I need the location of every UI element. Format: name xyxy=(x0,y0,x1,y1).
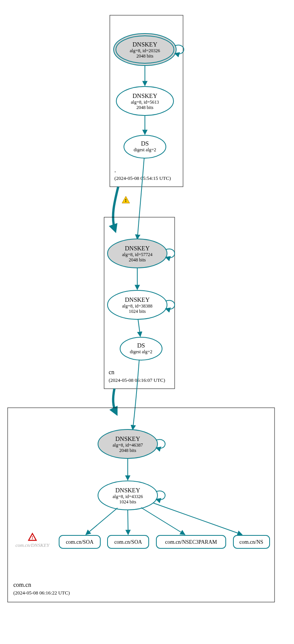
edge-delegation-cn-comcn xyxy=(113,389,116,413)
svg-text:DNSKEY: DNSKEY xyxy=(133,41,157,48)
svg-text:alg=8, id=43326: alg=8, id=43326 xyxy=(112,494,143,499)
error-icon: ! xyxy=(29,533,36,540)
svg-text:DNSKEY: DNSKEY xyxy=(125,245,150,252)
svg-text:!: ! xyxy=(32,535,33,540)
edge-delegation-root-cn xyxy=(113,187,118,231)
edge-zsk-ns xyxy=(153,503,242,535)
node-comcn-zsk: DNSKEY alg=8, id=43326 1024 bits xyxy=(98,481,157,510)
zone-cn: cn (2024-05-08 06:16:07 UTC) DNSKEY alg=… xyxy=(104,217,175,389)
zone-comcn: com.cn (2024-05-08 06:16:22 UTC) DNSKEY … xyxy=(8,408,275,602)
zone-comcn-timestamp: (2024-05-08 06:16:22 UTC) xyxy=(13,590,70,596)
svg-text:DNSKEY: DNSKEY xyxy=(116,436,140,442)
svg-text:DS: DS xyxy=(141,140,149,147)
svg-text:com.cn/SOA: com.cn/SOA xyxy=(66,539,94,545)
node-root-ksk: DNSKEY alg=8, id=20326 2048 bits xyxy=(114,34,176,66)
svg-text:2048 bits: 2048 bits xyxy=(129,257,146,263)
node-root-ds: DS digest alg=2 xyxy=(124,135,166,158)
edge-zsk-soa2 xyxy=(128,510,128,535)
faded-dnskey-label: com.cn/DNSKEY xyxy=(15,542,50,548)
svg-text:alg=8, id=46387: alg=8, id=46387 xyxy=(112,442,143,448)
svg-text:DNSKEY: DNSKEY xyxy=(116,487,140,493)
rr-ns: com.cn/NS xyxy=(233,535,270,548)
zone-root-label: . xyxy=(114,167,116,173)
svg-text:DS: DS xyxy=(137,342,145,349)
svg-text:com.cn/NSEC3PARAM: com.cn/NSEC3PARAM xyxy=(165,539,217,545)
node-comcn-ksk: DNSKEY alg=8, id=46387 2048 bits xyxy=(98,429,157,458)
svg-text:com.cn/NS: com.cn/NS xyxy=(239,539,263,545)
svg-text:alg=8, id=5613: alg=8, id=5613 xyxy=(131,99,159,105)
node-cn-ds: DS digest alg=2 xyxy=(120,337,162,360)
zone-root: . (2024-05-08 05:54:15 UTC) DNSKEY alg=8… xyxy=(110,15,184,187)
zone-comcn-label: com.cn xyxy=(13,582,31,588)
svg-text:alg=8, id=38388: alg=8, id=38388 xyxy=(122,303,153,309)
svg-text:1024 bits: 1024 bits xyxy=(119,499,137,505)
node-cn-ksk: DNSKEY alg=8, id=57724 2048 bits xyxy=(108,239,167,268)
svg-text:digest alg=2: digest alg=2 xyxy=(133,147,156,152)
svg-text:alg=8, id=57724: alg=8, id=57724 xyxy=(122,252,153,257)
edge-zsk-soa1 xyxy=(86,508,117,535)
edge-root-ds-cn-ksk xyxy=(137,158,144,239)
warning-icon: ! xyxy=(122,196,130,203)
zone-cn-label: cn xyxy=(109,369,114,375)
svg-text:!: ! xyxy=(125,197,127,203)
svg-text:2048 bits: 2048 bits xyxy=(119,448,137,453)
svg-text:DNSKEY: DNSKEY xyxy=(125,296,150,303)
svg-point-10 xyxy=(124,135,166,158)
svg-text:DNSKEY: DNSKEY xyxy=(133,93,157,99)
svg-text:digest alg=2: digest alg=2 xyxy=(130,349,152,354)
rr-soa-2: com.cn/SOA xyxy=(108,535,149,548)
node-root-zsk: DNSKEY alg=8, id=5613 2048 bits xyxy=(116,87,174,115)
node-cn-zsk: DNSKEY alg=8, id=38388 1024 bits xyxy=(108,290,167,319)
svg-text:1024 bits: 1024 bits xyxy=(129,309,146,314)
svg-text:com.cn/SOA: com.cn/SOA xyxy=(114,539,143,545)
rr-soa-1: com.cn/SOA xyxy=(59,535,100,548)
svg-text:alg=8, id=20326: alg=8, id=20326 xyxy=(130,48,160,53)
svg-point-23 xyxy=(120,337,162,360)
rr-nsec3param: com.cn/NSEC3PARAM xyxy=(156,535,226,548)
dnssec-diagram: . (2024-05-08 05:54:15 UTC) DNSKEY alg=8… xyxy=(4,4,290,640)
edge-cn-zsk-ds xyxy=(138,319,140,336)
svg-text:2048 bits: 2048 bits xyxy=(137,53,154,59)
svg-text:2048 bits: 2048 bits xyxy=(137,105,154,110)
edge-cn-ds-comcn-ksk xyxy=(133,360,139,430)
zone-cn-timestamp: (2024-05-08 06:16:07 UTC) xyxy=(109,377,165,383)
